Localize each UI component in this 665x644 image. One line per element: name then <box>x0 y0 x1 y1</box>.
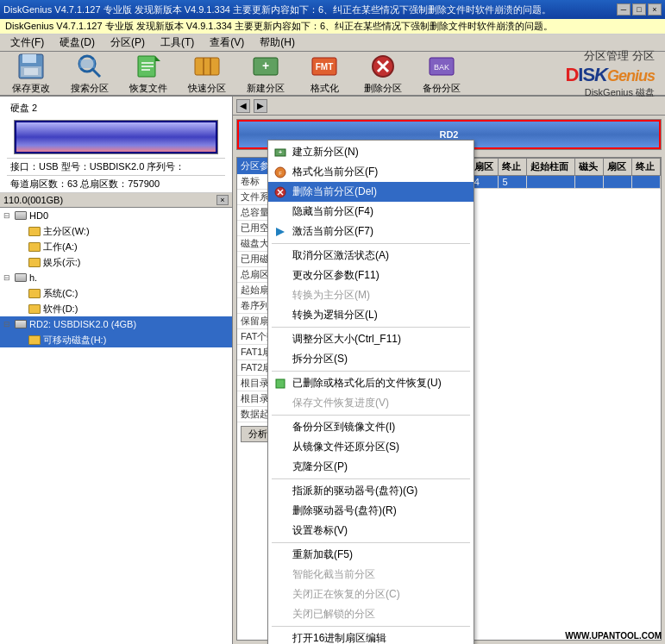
clone-ctx-icon <box>273 460 287 474</box>
backup-partition-button[interactable]: BAK 备份分区 <box>414 53 469 94</box>
recover-label: 恢复文件 <box>129 82 167 95</box>
close-recovering-ctx-icon <box>273 588 287 602</box>
toolbar: 保存更改 搜索分区 恢复文件 <box>0 52 665 97</box>
recover-file-button[interactable]: 恢复文件 <box>121 53 176 94</box>
svg-text:F: F <box>279 171 282 176</box>
format-button[interactable]: FMT 格式化 <box>297 53 352 94</box>
new-partition-button[interactable]: + 新建分区 <box>238 53 293 94</box>
ctx-sep-4 <box>272 415 470 416</box>
maximize-button[interactable]: □ <box>632 3 646 16</box>
remove-letter-ctx-icon <box>273 504 287 518</box>
logo-area: 分区管理 分区 DISKGenius DiskGenius 磁盘 <box>565 48 662 99</box>
quick-partition-button[interactable]: 快速分区 <box>179 53 235 94</box>
svg-text:+: + <box>262 59 269 72</box>
save-label: 保存更改 <box>12 82 50 95</box>
ctx-activate-partition[interactable]: 激活当前分区(F7) <box>268 222 474 241</box>
quick-label: 快速分区 <box>188 82 226 95</box>
backup-partition-icon: BAK <box>428 53 455 80</box>
ctx-backup-image-label: 备份分区到镜像文件(I) <box>292 420 395 435</box>
context-menu: + 建立新分区(N) F 格式化当前分区(F) <box>267 140 474 644</box>
menu-view[interactable]: 查看(V) <box>203 34 251 52</box>
delete-label: 删除分区 <box>364 82 402 95</box>
ctx-change-params[interactable]: 更改分区参数(F11) <box>268 266 474 285</box>
menu-partition[interactable]: 分区(P) <box>104 34 152 52</box>
smart-truncate-ctx-icon <box>273 568 287 582</box>
ctx-sep-6 <box>272 542 470 543</box>
menu-help[interactable]: 帮助(H) <box>253 34 302 52</box>
ctx-restore-image[interactable]: 从镜像文件还原分区(S) <box>268 437 474 457</box>
quick-partition-icon <box>193 53 221 80</box>
ctx-activate-label: 激活当前分区(F7) <box>292 224 373 239</box>
ctx-remove-letter[interactable]: 删除驱动器号(盘符)(R) <box>268 501 474 521</box>
ctx-restore-image-label: 从镜像文件还原分区(S) <box>292 440 399 454</box>
title-bar: DiskGenius V4.7.1.127 专业版 发现新版本 V4.9.1.3… <box>0 0 665 19</box>
ctx-new-partition-label: 建立新分区(N) <box>292 145 359 159</box>
update-bar: DiskGenius V4.7.1.127 专业版 发现新版本 V4.9.1.3… <box>0 19 665 34</box>
ctx-split-label: 拆分分区(S) <box>292 352 348 366</box>
ctx-sep-5 <box>272 478 470 479</box>
main-area: 硬盘 2 接口：USB 型号：USBDISK2.0 序列号： 每道扇区数：63 … <box>0 97 665 644</box>
svg-text:+: + <box>279 149 282 155</box>
restore-image-ctx-icon <box>273 441 287 454</box>
ctx-resize[interactable]: 调整分区大小(Ctrl_F11) <box>268 329 474 349</box>
ctx-to-logical[interactable]: 转换为逻辑分区(L) <box>268 305 474 325</box>
recover-file-icon <box>135 53 162 80</box>
ctx-hex-editor[interactable]: 打开16进制扇区编辑 <box>268 628 474 644</box>
close-unlocked-ctx-icon <box>273 608 287 622</box>
save-button[interactable]: 保存更改 <box>3 53 59 94</box>
resize-ctx-icon <box>273 333 287 347</box>
change-params-ctx-icon <box>273 269 287 283</box>
close-button[interactable]: × <box>648 3 662 16</box>
ctx-hex-editor-label: 打开16进制扇区编辑 <box>292 631 386 644</box>
ctx-save-recovery-label: 保存文件恢复进度(V) <box>292 396 389 410</box>
logo-sub: 分区管理 分区 <box>584 48 655 64</box>
menu-disk[interactable]: 硬盘(D) <box>53 34 102 52</box>
reload-ctx-icon <box>273 548 287 562</box>
hex-editor-ctx-icon <box>273 632 287 645</box>
ctx-format-label: 格式化当前分区(F) <box>292 165 378 179</box>
hide-ctx-icon <box>273 205 287 219</box>
format-ctx-icon: F <box>273 166 287 179</box>
svg-rect-6 <box>79 59 95 68</box>
ctx-new-partition[interactable]: + 建立新分区(N) <box>268 142 474 162</box>
ctx-set-label-label: 设置卷标(V) <box>292 523 348 538</box>
menu-file[interactable]: 文件(F) <box>3 34 51 52</box>
ctx-delete-partition[interactable]: 删除当前分区(Del) <box>268 182 474 202</box>
format-icon: FMT <box>311 53 338 80</box>
minimize-button[interactable]: ─ <box>617 3 630 16</box>
save-icon <box>17 53 45 80</box>
menu-tools[interactable]: 工具(T) <box>154 34 201 52</box>
ctx-clone-label: 克隆分区(P) <box>292 460 348 474</box>
ctx-hide-partition[interactable]: 隐藏当前分区(F4) <box>268 202 474 222</box>
ctx-assign-letter[interactable]: 指派新的驱动器号(盘符)(G) <box>268 481 474 501</box>
ctx-reload-label: 重新加载(F5) <box>292 547 353 562</box>
search-label: 搜索分区 <box>71 82 109 95</box>
to-logical-ctx-icon <box>273 309 287 322</box>
ctx-deactivate[interactable]: 取消分区激活状态(A) <box>268 246 474 266</box>
ctx-backup-image[interactable]: 备份分区到镜像文件(I) <box>268 417 474 437</box>
svg-rect-3 <box>24 68 38 75</box>
title-text: DiskGenius V4.7.1.127 专业版 发现新版本 V4.9.1.3… <box>3 3 617 16</box>
svg-marker-8 <box>155 56 160 61</box>
ctx-close-unlocked: 关闭已解锁的分区 <box>268 604 474 624</box>
svg-rect-1 <box>22 54 36 63</box>
ctx-sep-3 <box>272 371 470 372</box>
ctx-close-unlocked-label: 关闭已解锁的分区 <box>292 607 375 622</box>
ctx-save-recovery: 保存文件恢复进度(V) <box>268 393 474 413</box>
ctx-reload[interactable]: 重新加载(F5) <box>268 545 474 565</box>
svg-text:FMT: FMT <box>316 62 334 72</box>
search-partition-button[interactable]: 搜索分区 <box>62 53 117 94</box>
ctx-to-primary: 转换为主分区(M) <box>268 285 474 305</box>
ctx-format-partition[interactable]: F 格式化当前分区(F) <box>268 162 474 182</box>
ctx-split[interactable]: 拆分分区(S) <box>268 349 474 369</box>
ctx-hide-label: 隐藏当前分区(F4) <box>292 204 373 219</box>
logo-text: DISKGenius <box>565 64 655 86</box>
ctx-recover-deleted[interactable]: 已删除或格式化后的文件恢复(U) <box>268 373 474 393</box>
svg-rect-32 <box>276 379 285 388</box>
delete-partition-button[interactable]: 删除分区 <box>355 53 411 94</box>
format-label: 格式化 <box>311 82 339 95</box>
ctx-set-label[interactable]: 设置卷标(V) <box>268 521 474 541</box>
svg-marker-31 <box>276 228 285 236</box>
deactivate-ctx-icon <box>273 249 287 263</box>
ctx-clone-partition[interactable]: 克隆分区(P) <box>268 457 474 477</box>
